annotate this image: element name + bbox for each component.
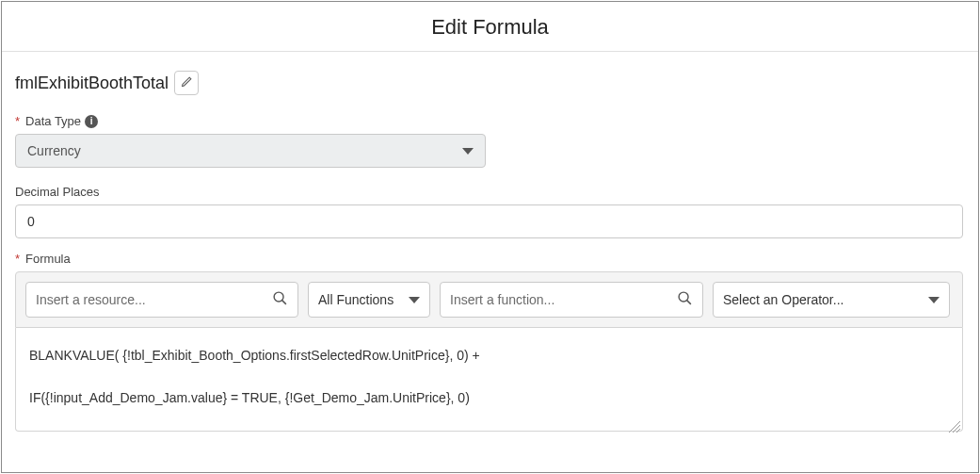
formula-text: BLANKVALUE( {!tbl_Exhibit_Booth_Options.… — [29, 348, 480, 405]
svg-point-0 — [274, 292, 283, 302]
decimal-places-label: Decimal Places — [15, 185, 965, 199]
insert-function-combo[interactable]: Insert a function... — [440, 282, 703, 318]
insert-resource-placeholder: Insert a resource... — [36, 292, 146, 307]
data-type-value: Currency — [27, 143, 81, 158]
svg-line-1 — [282, 301, 286, 304]
select-operator-placeholder: Select an Operator... — [723, 292, 843, 307]
svg-line-3 — [687, 301, 691, 304]
edit-formula-panel: Edit Formula fmlExhibitBoothTotal Data T… — [1, 1, 979, 473]
panel-content: fmlExhibitBoothTotal Data Type i Currenc… — [2, 52, 978, 432]
data-type-label: Data Type i — [15, 114, 965, 128]
insert-resource-combo[interactable]: Insert a resource... — [25, 282, 298, 318]
formula-label: Formula — [15, 252, 965, 266]
insert-function-placeholder: Insert a function... — [450, 292, 554, 307]
panel-title: Edit Formula — [2, 2, 978, 52]
svg-point-2 — [679, 292, 688, 302]
decimal-places-input[interactable] — [15, 204, 963, 238]
chevron-down-icon — [928, 297, 940, 303]
chevron-down-icon — [462, 148, 474, 155]
formula-name-row: fmlExhibitBoothTotal — [15, 71, 965, 95]
select-operator-combo[interactable]: Select an Operator... — [713, 282, 950, 318]
data-type-select[interactable]: Currency — [15, 134, 486, 168]
resize-handle-icon[interactable] — [949, 417, 960, 429]
chevron-down-icon — [409, 297, 420, 303]
search-icon — [272, 290, 288, 309]
info-icon[interactable]: i — [85, 115, 98, 128]
formula-name: fmlExhibitBoothTotal — [15, 74, 169, 93]
search-icon — [677, 290, 693, 309]
edit-name-button[interactable] — [174, 71, 199, 95]
all-functions-select[interactable]: All Functions — [308, 282, 430, 318]
formula-editor[interactable]: BLANKVALUE( {!tbl_Exhibit_Booth_Options.… — [15, 328, 963, 432]
pencil-icon — [181, 75, 193, 90]
formula-toolbar: Insert a resource... All Functions Inser… — [15, 271, 963, 328]
all-functions-label: All Functions — [318, 292, 394, 307]
